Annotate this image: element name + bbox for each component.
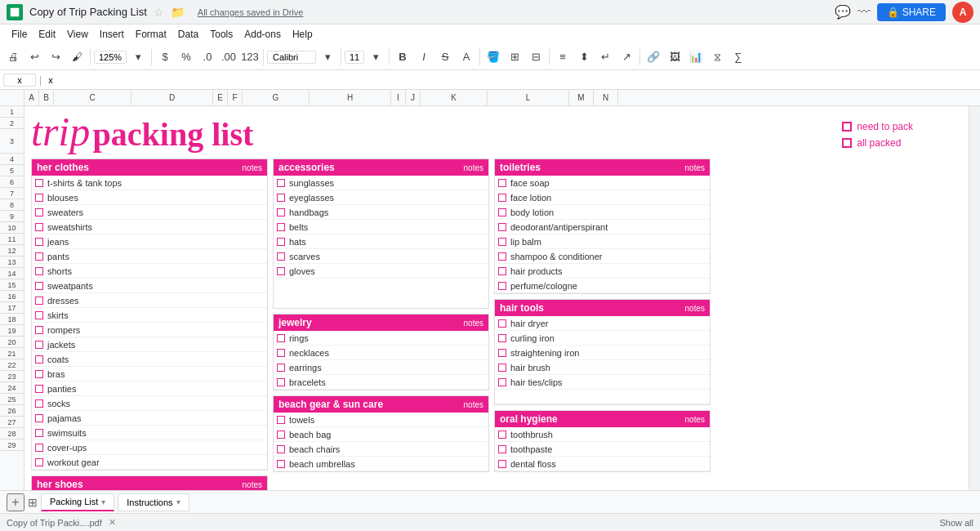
item-checkbox[interactable]	[35, 414, 43, 422]
item-checkbox[interactable]	[277, 378, 285, 386]
item-checkbox[interactable]	[35, 267, 43, 275]
font-selector[interactable]: Calibri	[267, 51, 316, 64]
item-checkbox[interactable]	[277, 252, 285, 261]
item-checkbox[interactable]	[498, 208, 506, 216]
item-checkbox[interactable]	[35, 311, 43, 319]
share-button[interactable]: 🔒 SHARE	[877, 3, 946, 21]
font-size-input[interactable]: 11	[345, 51, 364, 64]
menu-help[interactable]: Help	[287, 27, 318, 42]
menu-insert[interactable]: Insert	[95, 27, 129, 42]
comments-icon[interactable]: 💬	[835, 4, 851, 20]
user-avatar[interactable]: A	[952, 2, 973, 23]
paint-format-button[interactable]: 🖌	[67, 47, 87, 67]
item-checkbox[interactable]	[35, 238, 43, 246]
item-checkbox[interactable]	[498, 319, 506, 328]
item-checkbox[interactable]	[277, 416, 285, 424]
font-color-button[interactable]: A	[457, 47, 476, 67]
filter-button[interactable]: ⧖	[707, 47, 727, 67]
tab-instructions[interactable]: Instructions ▾	[118, 493, 189, 511]
pdf-close[interactable]: ✕	[109, 517, 116, 528]
borders-button[interactable]: ⊞	[505, 47, 524, 67]
item-checkbox[interactable]	[35, 297, 43, 305]
italic-button[interactable]: I	[414, 47, 434, 67]
item-checkbox[interactable]	[35, 179, 43, 187]
wrap-button[interactable]: ↵	[595, 47, 615, 67]
currency-button[interactable]: $	[155, 47, 175, 67]
folder-icon[interactable]: 📁	[171, 6, 185, 19]
undo-button[interactable]: ↩	[24, 47, 44, 67]
chart-button[interactable]: 📊	[686, 47, 706, 67]
item-checkbox[interactable]	[498, 252, 506, 261]
item-checkbox[interactable]	[498, 194, 506, 202]
tab-packing-list[interactable]: Packing List ▾	[41, 493, 114, 511]
menu-format[interactable]: Format	[131, 27, 172, 42]
item-checkbox[interactable]	[498, 460, 506, 468]
item-checkbox[interactable]	[35, 223, 43, 231]
font-dropdown[interactable]: ▾	[318, 47, 337, 67]
vertical-scrollbar[interactable]	[969, 106, 980, 490]
item-checkbox[interactable]	[35, 194, 43, 202]
item-checkbox[interactable]	[35, 252, 43, 261]
item-checkbox[interactable]	[35, 458, 43, 466]
rotate-button[interactable]: ↗	[617, 47, 636, 67]
menu-view[interactable]: View	[62, 27, 93, 42]
item-checkbox[interactable]	[498, 223, 506, 231]
menu-tools[interactable]: Tools	[205, 27, 238, 42]
add-sheet-button[interactable]: +	[7, 493, 24, 511]
item-checkbox[interactable]	[498, 364, 506, 372]
star-icon[interactable]: ☆	[154, 6, 164, 19]
link-button[interactable]: 🔗	[644, 47, 663, 67]
item-checkbox[interactable]	[277, 334, 285, 342]
item-checkbox[interactable]	[498, 179, 506, 187]
print-button[interactable]: 🖨	[3, 47, 23, 67]
item-checkbox[interactable]	[35, 399, 43, 408]
item-checkbox[interactable]	[498, 431, 506, 439]
grid-view-icon[interactable]: ⊞	[28, 496, 38, 509]
strikethrough-button[interactable]: S	[435, 47, 455, 67]
item-checkbox[interactable]	[35, 341, 43, 349]
percent-button[interactable]: %	[176, 47, 196, 67]
tab-packing-close[interactable]: ▾	[101, 498, 105, 506]
item-checkbox[interactable]	[498, 349, 506, 357]
item-checkbox[interactable]	[277, 208, 285, 216]
item-checkbox[interactable]	[498, 282, 506, 290]
menu-addons[interactable]: Add-ons	[239, 27, 286, 42]
decimal-dec[interactable]: .0	[198, 47, 217, 67]
format-more[interactable]: 123	[240, 47, 260, 67]
menu-data[interactable]: Data	[173, 27, 203, 42]
item-checkbox[interactable]	[35, 282, 43, 290]
decimal-inc[interactable]: .00	[219, 47, 238, 67]
item-checkbox[interactable]	[498, 267, 506, 275]
item-checkbox[interactable]	[498, 378, 506, 386]
item-checkbox[interactable]	[277, 267, 285, 275]
item-checkbox[interactable]	[277, 179, 285, 187]
item-checkbox[interactable]	[498, 334, 506, 342]
font-size-dropdown[interactable]: ▾	[366, 47, 385, 67]
bold-button[interactable]: B	[393, 47, 412, 67]
image-button[interactable]: 🖼	[665, 47, 684, 67]
item-checkbox[interactable]	[277, 238, 285, 246]
function-button[interactable]: ∑	[728, 47, 748, 67]
menu-edit[interactable]: Edit	[33, 27, 60, 42]
item-checkbox[interactable]	[498, 238, 506, 246]
item-checkbox[interactable]	[35, 355, 43, 364]
formula-value[interactable]: x	[45, 75, 977, 85]
item-checkbox[interactable]	[277, 431, 285, 439]
item-checkbox[interactable]	[35, 326, 43, 334]
align-button[interactable]: ≡	[553, 47, 572, 67]
item-checkbox[interactable]	[277, 445, 285, 453]
cell-reference[interactable]: x	[3, 74, 36, 87]
item-checkbox[interactable]	[35, 429, 43, 437]
item-checkbox[interactable]	[35, 444, 43, 452]
item-checkbox[interactable]	[35, 370, 43, 378]
item-checkbox[interactable]	[498, 445, 506, 453]
item-checkbox[interactable]	[277, 194, 285, 202]
fill-color-button[interactable]: 🪣	[483, 47, 503, 67]
merge-button[interactable]: ⊟	[526, 47, 546, 67]
item-checkbox[interactable]	[35, 385, 43, 393]
redo-button[interactable]: ↪	[46, 47, 65, 67]
chat-icon[interactable]: 〰	[858, 5, 871, 20]
zoom-control[interactable]: 125%	[94, 51, 127, 64]
item-checkbox[interactable]	[277, 223, 285, 231]
item-checkbox[interactable]	[277, 460, 285, 468]
